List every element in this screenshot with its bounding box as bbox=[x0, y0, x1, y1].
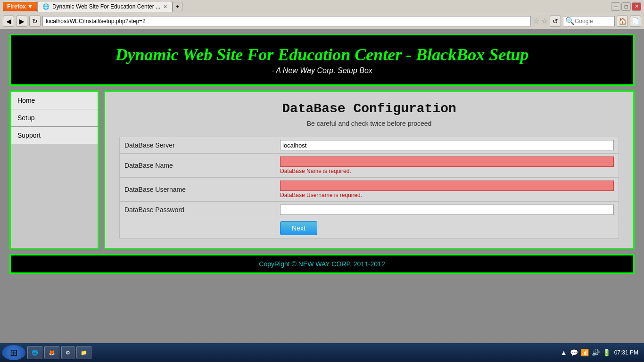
input-db-server[interactable] bbox=[280, 140, 614, 150]
system-clock: 07:31 PM bbox=[614, 349, 638, 356]
table-row-server: DataBase Server bbox=[120, 137, 619, 154]
back-button[interactable]: ◀ bbox=[3, 16, 14, 27]
taskbar-explorer-button[interactable]: 📁 bbox=[76, 346, 91, 359]
tray-network-icon[interactable]: 📶 bbox=[581, 349, 589, 356]
firefox-label: Firefox bbox=[7, 3, 26, 10]
taskbar-ie-button[interactable]: 🌐 bbox=[27, 346, 42, 359]
taskbar-chrome-button[interactable]: ⚙ bbox=[61, 346, 74, 359]
cell-db-username: DataBase Username is required. bbox=[275, 178, 619, 202]
reload-button[interactable]: ↻ bbox=[29, 16, 41, 27]
ie-icon: 🌐 bbox=[32, 350, 38, 356]
bookmark-star-icon[interactable]: ☆ bbox=[533, 16, 539, 25]
error-db-name: DataBase Name is required. bbox=[280, 168, 614, 174]
system-tray: ▲ 💬 📶 🔊 🔋 bbox=[561, 349, 611, 356]
firefox-menu-button[interactable]: Firefox ▼ bbox=[3, 2, 37, 11]
page-wrapper: Dynamic Web Site For Education Center - … bbox=[0, 29, 644, 343]
forward-button[interactable]: ▶ bbox=[16, 16, 27, 27]
label-db-name: DataBase Name bbox=[120, 154, 275, 178]
site-footer: CopyRight © NEW WAY CORP. 2011-2012 bbox=[9, 254, 635, 274]
sidebar-item-support[interactable]: Support bbox=[11, 127, 98, 144]
label-db-username: DataBase Username bbox=[120, 178, 275, 202]
label-db-server: DataBase Server bbox=[120, 137, 275, 154]
taskbar-firefox-button[interactable]: 🦊 bbox=[44, 346, 59, 359]
table-row-db-username: DataBase Username DataBase Username is r… bbox=[120, 178, 619, 202]
taskbar-right: ▲ 💬 📶 🔊 🔋 07:31 PM bbox=[561, 349, 642, 356]
search-input[interactable] bbox=[575, 18, 612, 25]
table-row-submit: Next bbox=[120, 218, 619, 239]
tray-arrow-icon[interactable]: ▲ bbox=[561, 349, 567, 356]
input-db-username[interactable] bbox=[280, 181, 614, 191]
maximize-button[interactable]: □ bbox=[621, 2, 631, 11]
address-bar[interactable] bbox=[42, 16, 531, 26]
table-row-db-password: DataBase Password bbox=[120, 202, 619, 218]
input-db-name[interactable] bbox=[280, 156, 614, 167]
tray-volume-icon[interactable]: 🔊 bbox=[592, 349, 600, 356]
minimize-button[interactable]: ─ bbox=[611, 2, 620, 11]
close-button[interactable]: ✕ bbox=[632, 2, 641, 11]
page-subtitle: Be careful and check twice before procee… bbox=[119, 120, 619, 127]
firefox-taskbar-icon: 🦊 bbox=[49, 350, 55, 356]
home-button[interactable]: 🏠 bbox=[617, 16, 628, 27]
dropdown-arrow: ▼ bbox=[27, 3, 33, 10]
site-header: Dynamic Web Site For Education Center - … bbox=[9, 34, 635, 86]
browser-navbar: ◀ ▶ ↻ ☆ ☆ ↺ 🔍 🏠 📄 bbox=[0, 13, 644, 29]
cell-db-server bbox=[275, 137, 619, 154]
site-title: Dynamic Web Site For Education Center - … bbox=[25, 45, 619, 65]
error-db-username: DataBase Username is required. bbox=[280, 192, 614, 198]
start-button[interactable]: ⊞ bbox=[2, 345, 25, 360]
label-db-password: DataBase Password bbox=[120, 202, 275, 218]
search-box[interactable]: 🔍 bbox=[563, 16, 615, 26]
tab-favicon: 🌐 bbox=[42, 3, 50, 10]
sidebar-item-setup[interactable]: Setup bbox=[11, 109, 98, 127]
sidebar-item-home[interactable]: Home bbox=[11, 92, 98, 109]
next-button[interactable]: Next bbox=[280, 221, 317, 235]
tab-close-button[interactable]: ✕ bbox=[163, 4, 167, 10]
window-controls: ─ □ ✕ bbox=[611, 2, 641, 11]
input-db-password[interactable] bbox=[280, 205, 614, 215]
browser-titlebar: Firefox ▼ 🌐 Dynamic Web Site For Educati… bbox=[0, 0, 644, 13]
page-heading: DataBase Configuration bbox=[119, 101, 619, 116]
tab-title: Dynamic Web Site For Education Center ..… bbox=[52, 3, 160, 10]
taskbar: ⊞ 🌐 🦊 ⚙ 📁 ▲ 💬 📶 🔊 🔋 07:31 PM bbox=[0, 343, 644, 362]
main-layout: Home Setup Support DataBase Configuratio… bbox=[9, 90, 635, 249]
copyright-text: CopyRight © NEW WAY CORP. 2011-2012 bbox=[259, 260, 385, 268]
bookmark-star2-icon[interactable]: ☆ bbox=[541, 16, 548, 25]
new-tab-button[interactable]: + bbox=[173, 2, 182, 11]
refresh-button[interactable]: ↺ bbox=[550, 16, 561, 27]
db-config-form: DataBase Server DataBase Name DataBase N… bbox=[119, 137, 619, 239]
cell-empty bbox=[120, 218, 275, 239]
sidebar: Home Setup Support bbox=[9, 90, 99, 249]
google-icon: 🔍 bbox=[565, 16, 575, 25]
tray-notification-icon[interactable]: 💬 bbox=[570, 349, 578, 356]
table-row-db-name: DataBase Name DataBase Name is required. bbox=[120, 154, 619, 178]
tray-battery-icon[interactable]: 🔋 bbox=[603, 349, 611, 356]
browser-tab[interactable]: 🌐 Dynamic Web Site For Education Center … bbox=[37, 1, 173, 12]
explorer-taskbar-icon: 📁 bbox=[81, 350, 87, 356]
cell-submit: Next bbox=[275, 218, 619, 239]
content-area: DataBase Configuration Be careful and ch… bbox=[104, 90, 635, 249]
cell-db-name: DataBase Name is required. bbox=[275, 154, 619, 178]
bookmark-button[interactable]: 📄 bbox=[630, 16, 641, 27]
chrome-taskbar-icon: ⚙ bbox=[66, 350, 70, 356]
site-subtitle: - A New Way Corp. Setup Box bbox=[25, 66, 619, 75]
cell-db-password bbox=[275, 202, 619, 218]
